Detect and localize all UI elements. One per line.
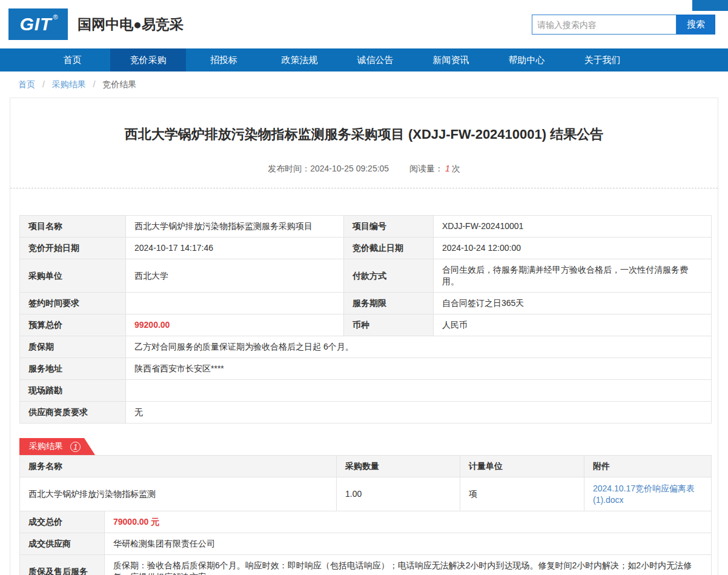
site-logo[interactable]: GIT® [8, 8, 68, 40]
breadcrumb-current-page: 竞价结果 [102, 79, 136, 89]
project-code-value: XDJJ-FW-202410001 [434, 216, 712, 238]
project-name-label: 项目名称 [20, 216, 126, 238]
nav-item-news[interactable]: 新闻资讯 [413, 48, 489, 71]
nav-item-bidding-procurement[interactable]: 竞价采购 [110, 48, 186, 71]
nav-item-tendering[interactable]: 招投标 [186, 48, 262, 71]
table-row: 质保及售后服务 质保期：验收合格后质保期6个月。响应时效：即时响应（包括电话响应… [20, 555, 712, 575]
payment-method-label: 付款方式 [344, 259, 434, 293]
top-header: GIT® 国网中电●易竞采 搜索 [0, 0, 728, 48]
nav-item-help-center[interactable]: 帮助中心 [489, 48, 564, 71]
table-row: 供应商资质要求 无 [20, 402, 712, 424]
breadcrumb-procurement-results-link[interactable]: 采购结果 [52, 79, 86, 89]
sign-time-value [126, 293, 344, 314]
nav-item-about-us[interactable]: 关于我们 [564, 48, 640, 71]
article-meta: 发布时间：2024-10-25 09:25:05 阅读量：1次 [10, 164, 718, 174]
quantity-value: 1.00 [337, 477, 460, 511]
table-row: 现场踏勘 [20, 380, 712, 402]
site-name: 国网中电●易竞采 [78, 15, 184, 34]
sign-time-label: 签约时间要求 [20, 293, 126, 314]
qualification-value: 无 [126, 402, 712, 424]
service-address-value: 陕西省西安市长安区**** [126, 358, 712, 380]
deal-price-label: 成交总价 [20, 511, 105, 533]
corner-decoration [692, 0, 728, 11]
search-button[interactable]: 搜索 [677, 15, 715, 35]
warranty-label: 质保期 [20, 336, 126, 358]
header-quantity: 采购数量 [337, 456, 460, 477]
after-sales-label: 质保及售后服务 [20, 555, 105, 575]
procurement-result-badge: 采购结果 1 [19, 438, 95, 455]
payment-method-value: 合同生效后，待服务期满并经甲方验收合格后，一次性付清服务费用。 [434, 259, 712, 293]
table-row: 竞价开始日期 2024-10-17 14:17:46 竞价截止日期 2024-1… [20, 238, 712, 259]
table-row: 成交总价 79000.00 元 [20, 511, 712, 533]
search-area: 搜索 [532, 15, 715, 35]
project-name-value: 西北大学锅炉排放污染物指标监测服务采购项目 [126, 216, 344, 238]
attachment-link[interactable]: 2024.10.17竞价响应偏离表(1).docx [593, 484, 695, 505]
nav-item-policies[interactable]: 政策法规 [262, 48, 337, 71]
table-row: 采购单位 西北大学 付款方式 合同生效后，待服务期满并经甲方验收合格后，一次性付… [20, 259, 712, 293]
project-info-table: 项目名称 西北大学锅炉排放污染物指标监测服务采购项目 项目编号 XDJJ-FW-… [19, 215, 712, 424]
supplier-value: 华研检测集团有限责任公司 [105, 533, 712, 555]
currency-label: 币种 [344, 314, 434, 336]
search-input[interactable] [532, 15, 677, 35]
site-visit-label: 现场踏勘 [20, 380, 126, 402]
table-row: 成交供应商 华研检测集团有限责任公司 [20, 533, 712, 555]
currency-value: 人民币 [434, 314, 712, 336]
header-attachment: 附件 [584, 456, 712, 477]
table-row: 预算总价 99200.00 币种 人民币 [20, 314, 712, 336]
publish-time-label: 发布时间： [268, 164, 310, 173]
table-row: 服务地址 陕西省西安市长安区**** [20, 358, 712, 380]
after-sales-value: 质保期：验收合格后质保期6个月。响应时效：即时响应（包括电话响应）；电话响应无法… [105, 555, 712, 575]
views-count: 1 [445, 164, 450, 173]
table-header-row: 服务名称 采购数量 计量单位 附件 [20, 456, 712, 477]
warranty-value: 乙方对合同服务的质量保证期为验收合格后之日起 6个月。 [126, 336, 712, 358]
supplier-label: 成交供应商 [20, 533, 105, 555]
table-row: 签约时间要求 服务期限 自合同签订之日365天 [20, 293, 712, 314]
bid-start-value: 2024-10-17 14:17:46 [126, 238, 344, 259]
service-name-value: 西北大学锅炉排放污染物指标监测 [20, 477, 337, 511]
unit-value: 项 [460, 477, 584, 511]
table-row: 质保期 乙方对合同服务的质量保证期为验收合格后之日起 6个月。 [20, 336, 712, 358]
header-unit: 计量单位 [460, 456, 584, 477]
bid-end-label: 竞价截止日期 [344, 238, 434, 259]
purchaser-label: 采购单位 [20, 259, 126, 293]
breadcrumb-separator: / [42, 79, 45, 89]
deal-summary-table: 成交总价 79000.00 元 成交供应商 华研检测集团有限责任公司 质保及售后… [19, 511, 712, 575]
project-code-label: 项目编号 [344, 216, 434, 238]
service-period-value: 自合同签订之日365天 [434, 293, 712, 314]
badge-label: 采购结果 [29, 441, 63, 452]
views-label: 阅读量： [409, 164, 443, 173]
result-table: 服务名称 采购数量 计量单位 附件 西北大学锅炉排放污染物指标监测 1.00 项… [19, 455, 712, 511]
service-address-label: 服务地址 [20, 358, 126, 380]
views-group: 阅读量：1次 [409, 164, 460, 173]
breadcrumb-separator: / [93, 79, 96, 89]
purchaser-value: 西北大学 [126, 259, 344, 293]
logo-text: GIT [19, 14, 51, 35]
content-card: 西北大学锅炉排放污染物指标监测服务采购项目 (XDJJ-FW-202410001… [10, 98, 718, 575]
site-visit-value [126, 380, 712, 402]
dashed-divider [10, 188, 718, 188]
views-unit: 次 [452, 164, 460, 173]
table-row: 项目名称 西北大学锅炉排放污染物指标监测服务采购项目 项目编号 XDJJ-FW-… [20, 216, 712, 238]
main-nav: 首页 竞价采购 招投标 政策法规 诚信公告 新闻资讯 帮助中心 关于我们 [0, 48, 728, 71]
publish-time-group: 发布时间：2024-10-25 09:25:05 [268, 164, 391, 173]
publish-time-value: 2024-10-25 09:25:05 [310, 164, 389, 173]
nav-item-home[interactable]: 首页 [35, 48, 110, 71]
table-row: 西北大学锅炉排放污染物指标监测 1.00 项 2024.10.17竞价响应偏离表… [20, 477, 712, 511]
service-period-label: 服务期限 [344, 293, 434, 314]
nav-item-integrity-notices[interactable]: 诚信公告 [337, 48, 413, 71]
budget-value: 99200.00 [126, 314, 344, 336]
bid-end-value: 2024-10-24 12:00:00 [434, 238, 712, 259]
registered-trademark-icon: ® [53, 13, 58, 21]
breadcrumb-home-link[interactable]: 首页 [18, 79, 35, 89]
deal-price-value: 79000.00 元 [105, 511, 712, 533]
qualification-label: 供应商资质要求 [20, 402, 126, 424]
bid-start-label: 竞价开始日期 [20, 238, 126, 259]
header-service-name: 服务名称 [20, 456, 337, 477]
badge-count-circle: 1 [70, 442, 81, 452]
breadcrumb: 首页 / 采购结果 / 竞价结果 [0, 71, 728, 98]
budget-label: 预算总价 [20, 314, 126, 336]
page-title: 西北大学锅炉排放污染物指标监测服务采购项目 (XDJJ-FW-202410001… [10, 125, 718, 144]
